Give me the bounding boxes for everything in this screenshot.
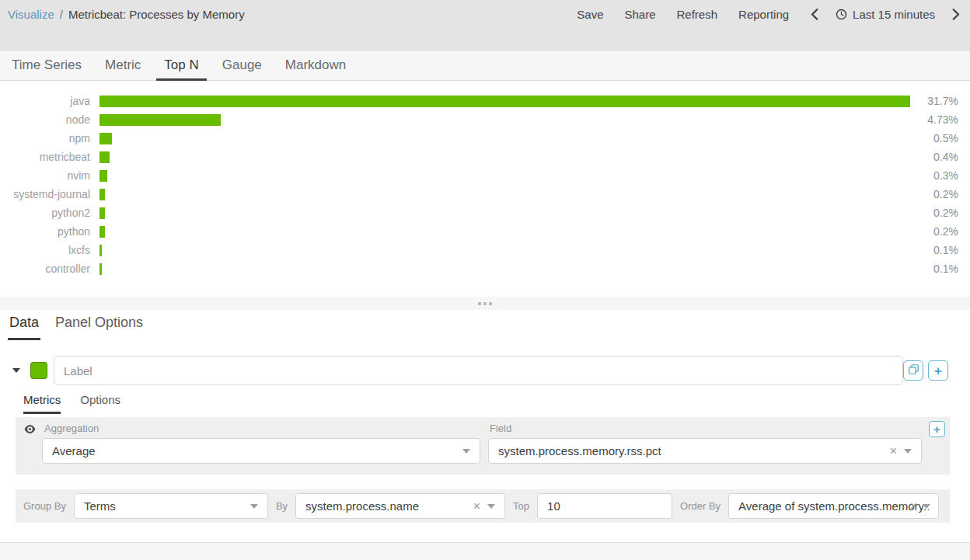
header-actions: SaveShareRefreshReporting: [577, 8, 789, 21]
app-header: Visualize / Metricbeat: Processes by Mem…: [0, 0, 970, 51]
tab-markdown[interactable]: Markdown: [277, 51, 354, 81]
clone-icon: [909, 363, 919, 377]
bar-label: npm: [0, 132, 90, 144]
chart-row-java: java31.7%: [0, 92, 970, 110]
next-panel-edge: [0, 542, 970, 560]
panel-resize-handle[interactable]: [0, 297, 970, 310]
aggregation-value: Average: [52, 444, 462, 457]
clock-icon: [836, 9, 847, 20]
add-series-button[interactable]: +: [928, 360, 948, 381]
bar-value: 0.5%: [919, 132, 958, 144]
series-row: +: [12, 356, 948, 385]
tab-metric[interactable]: Metric: [97, 51, 148, 81]
series-collapse-caret[interactable]: [12, 368, 20, 373]
tab-metrics[interactable]: Metrics: [23, 393, 61, 414]
bar-value: 0.4%: [919, 151, 958, 163]
bar-value: 4.73%: [919, 113, 958, 126]
bar-value: 0.1%: [919, 263, 958, 275]
header-action-save[interactable]: Save: [577, 8, 603, 21]
tab-gauge[interactable]: Gauge: [215, 51, 270, 81]
editor-panel: DataPanel Options + MetricsOptions Aggre…: [0, 310, 970, 542]
group-by-select[interactable]: Terms: [74, 493, 268, 519]
chart-row-npm: npm0.5%: [0, 129, 970, 148]
breadcrumb: Visualize / Metricbeat: Processes by Mem…: [8, 7, 245, 21]
series-tabs: MetricsOptions: [23, 393, 120, 414]
bar-label: node: [0, 113, 90, 126]
top-n-input[interactable]: [537, 493, 672, 519]
field-value: system.process.memory.rss.pct: [498, 444, 890, 457]
bar: [99, 245, 102, 256]
bar-value: 0.2%: [919, 207, 958, 219]
bar-track: [99, 263, 910, 275]
series-label-input[interactable]: [54, 356, 903, 385]
tab-data[interactable]: Data: [8, 315, 40, 340]
order-by-icons: ×: [910, 500, 930, 513]
group-by-label: Group By: [22, 500, 66, 512]
clone-series-button[interactable]: [903, 360, 923, 381]
timepicker-group: Last 15 minutes: [810, 8, 961, 21]
bar: [99, 263, 102, 275]
chevron-down-icon: [250, 504, 258, 509]
clear-icon[interactable]: ×: [910, 500, 917, 513]
chart-row-nvim: nvim0.3%: [0, 166, 970, 185]
chart-row-systemd-journal: systemd-journal0.2%: [0, 185, 970, 203]
bar: [99, 226, 105, 238]
field-label: Field: [490, 423, 511, 434]
bar-label: python: [0, 225, 90, 238]
bar-label: java: [0, 95, 90, 107]
tab-panel-options[interactable]: Panel Options: [54, 315, 145, 340]
header-action-reporting[interactable]: Reporting: [738, 8, 789, 21]
by-field-select[interactable]: system.process.name ×: [295, 493, 505, 519]
time-back-button[interactable]: [810, 9, 818, 20]
chart-row-metricbeat: metricbeat0.4%: [0, 148, 970, 166]
bar-value: 31.7%: [919, 95, 958, 107]
bar-value: 0.1%: [919, 244, 958, 256]
bar-value: 0.2%: [919, 188, 958, 200]
bar: [99, 170, 107, 182]
bar-track: [99, 96, 910, 107]
header-action-share[interactable]: Share: [624, 8, 655, 21]
bar: [99, 114, 221, 126]
chart-row-python2: python20.2%: [0, 203, 970, 222]
time-forward-button[interactable]: [952, 9, 961, 20]
chart-row-python: python0.2%: [0, 222, 970, 241]
by-label: By: [276, 500, 288, 512]
clear-icon[interactable]: ×: [890, 445, 897, 457]
bar-label: nvim: [0, 169, 90, 182]
by-field-value: system.process.name: [305, 499, 473, 513]
bar-track: [99, 114, 910, 126]
add-metric-button[interactable]: +: [929, 421, 945, 437]
aggregation-select[interactable]: Average: [42, 438, 480, 464]
order-by-value: Average of system.process.memory.…: [738, 499, 929, 513]
timepicker-button[interactable]: Last 15 minutes: [836, 8, 935, 21]
series-color-swatch[interactable]: [30, 362, 47, 379]
chart-row-controller: controller0.1%: [0, 259, 970, 278]
aggregation-panel: Aggregation Field Average system.process…: [16, 417, 950, 475]
order-by-select[interactable]: Average of system.process.memory.… ×: [728, 493, 939, 519]
bar: [99, 96, 910, 107]
page-title: Metricbeat: Processes by Memory: [68, 8, 245, 21]
group-by-value: Terms: [84, 499, 250, 513]
chevron-left-icon: [810, 9, 818, 20]
bar-label: lxcfs: [0, 244, 90, 256]
breadcrumb-visualize-link[interactable]: Visualize: [8, 8, 54, 21]
timepicker-label: Last 15 minutes: [853, 8, 935, 21]
topn-chart: java31.7%node4.73%npm0.5%metricbeat0.4%n…: [0, 81, 970, 297]
clear-icon[interactable]: ×: [473, 500, 480, 513]
chevron-down-icon: [904, 449, 912, 454]
field-select[interactable]: system.process.memory.rss.pct ×: [488, 438, 922, 464]
header-action-refresh[interactable]: Refresh: [677, 8, 718, 21]
bar-track: [99, 245, 910, 256]
tab-top-n[interactable]: Top N: [156, 51, 206, 81]
bar-track: [99, 133, 910, 144]
plus-icon: +: [934, 364, 942, 377]
tab-options[interactable]: Options: [80, 393, 120, 414]
bar-label: systemd-journal: [0, 188, 90, 200]
bar-label: metricbeat: [0, 151, 90, 163]
eye-icon[interactable]: [24, 423, 36, 437]
bar: [99, 151, 110, 163]
group-by-panel: Group By Terms By system.process.name × …: [16, 489, 950, 523]
chevron-down-icon: [462, 449, 470, 454]
chart-row-node: node4.73%: [0, 110, 970, 129]
tab-time-series[interactable]: Time Series: [4, 51, 89, 81]
